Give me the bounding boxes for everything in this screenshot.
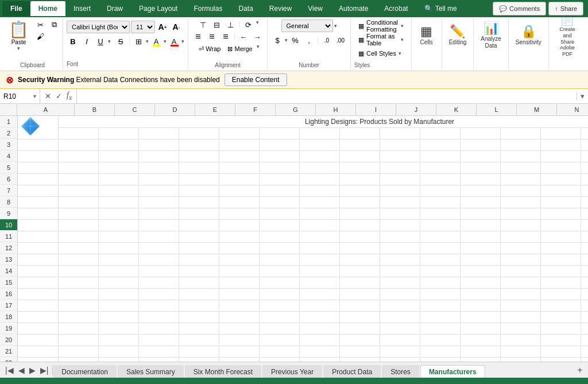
row-num-20[interactable]: 20 — [0, 334, 17, 346]
cell-e4[interactable] — [179, 150, 219, 162]
percent-button[interactable]: % — [289, 35, 301, 45]
cell-c5[interactable] — [98, 162, 138, 173]
row-num-8[interactable]: 8 — [0, 196, 17, 208]
tab-six-month-forecast[interactable]: Six Month Forecast — [185, 365, 261, 378]
col-header-f[interactable]: F — [235, 104, 276, 115]
comments-button[interactable]: 💬 Comments — [493, 2, 546, 15]
cell-e6[interactable] — [179, 173, 219, 185]
font-color-button[interactable]: A — [168, 35, 180, 48]
create-share-button[interactable]: 📄 Create and ShareAdobe PDF — [552, 20, 582, 52]
cell-j7[interactable] — [380, 185, 420, 196]
row-num-4[interactable]: 4 — [0, 150, 17, 162]
cell-a4[interactable] — [18, 150, 58, 162]
cell-i3[interactable] — [339, 139, 380, 150]
formula-input[interactable] — [77, 89, 577, 103]
cell-c10[interactable] — [98, 219, 138, 231]
cell-m8[interactable] — [500, 196, 540, 208]
cell-a8[interactable] — [18, 196, 58, 208]
col-header-h[interactable]: H — [316, 104, 356, 115]
cell-n3[interactable] — [540, 139, 581, 150]
tab-product-data[interactable]: Product Data — [323, 365, 381, 378]
row-num-17[interactable]: 17 — [0, 300, 17, 311]
cell-m2[interactable] — [500, 127, 540, 139]
row-num-1[interactable]: 1 — [0, 116, 17, 127]
row-num-14[interactable]: 14 — [0, 265, 17, 277]
cell-i9[interactable] — [339, 208, 380, 219]
format-painter-button[interactable]: 🖌 — [34, 31, 47, 41]
tab-manufacturers[interactable]: Manufacturers — [420, 365, 485, 378]
cell-n6[interactable] — [540, 173, 581, 185]
cell-k10[interactable] — [420, 219, 460, 231]
cell-d6[interactable] — [138, 173, 179, 185]
row-num-3[interactable]: 3 — [0, 139, 17, 150]
cell-a10[interactable] — [18, 219, 58, 231]
cell-l9[interactable] — [460, 208, 500, 219]
top-align-button[interactable]: ⊤ — [197, 20, 210, 30]
cell-l10[interactable] — [460, 219, 500, 231]
tab-acrobat[interactable]: Acrobat — [376, 1, 416, 16]
cell-c9[interactable] — [98, 208, 138, 219]
tab-view[interactable]: View — [300, 1, 331, 16]
cell-b9[interactable] — [58, 208, 98, 219]
cell-d4[interactable] — [138, 150, 179, 162]
cell-d2[interactable] — [138, 127, 179, 139]
middle-align-button[interactable]: ⊟ — [211, 20, 223, 30]
cut-button[interactable]: ✂ — [34, 20, 47, 30]
cell-g8[interactable] — [259, 196, 299, 208]
cell-b6[interactable] — [58, 173, 98, 185]
cell-d7[interactable] — [138, 185, 179, 196]
cell-c7[interactable] — [98, 185, 138, 196]
tab-review[interactable]: Review — [261, 1, 300, 16]
cell-j6[interactable] — [380, 173, 420, 185]
cell-i8[interactable] — [339, 196, 380, 208]
tab-home[interactable]: Home — [30, 1, 65, 16]
cell-g9[interactable] — [259, 208, 299, 219]
tab-file[interactable]: File — [2, 1, 30, 16]
cell-i5[interactable] — [339, 162, 380, 173]
align-right-button[interactable]: ≡ — [219, 32, 232, 42]
cell-h5[interactable] — [299, 162, 339, 173]
cell-o8[interactable] — [581, 196, 588, 208]
cell-m7[interactable] — [500, 185, 540, 196]
cell-l5[interactable] — [460, 162, 500, 173]
cell-e7[interactable] — [179, 185, 219, 196]
formula-expand-button[interactable]: ▾ — [577, 92, 588, 100]
col-header-c[interactable]: C — [115, 104, 155, 115]
row-num-9[interactable]: 9 — [0, 208, 17, 219]
row-num-2[interactable]: 2 — [0, 127, 17, 139]
cell-j8[interactable] — [380, 196, 420, 208]
confirm-formula-button[interactable]: ✓ — [55, 92, 63, 100]
cell-i4[interactable] — [339, 150, 380, 162]
name-box-dropdown[interactable]: ▾ — [33, 93, 36, 99]
row-num-7[interactable]: 7 — [0, 185, 17, 196]
row-num-11[interactable]: 11 — [0, 231, 17, 242]
cell-n5[interactable] — [540, 162, 581, 173]
cell-o3[interactable] — [581, 139, 588, 150]
cell-j3[interactable] — [380, 139, 420, 150]
cell-m5[interactable] — [500, 162, 540, 173]
cell-e10[interactable] — [179, 219, 219, 231]
sheet-nav-last[interactable]: ▶| — [38, 366, 51, 375]
cell-i2[interactable] — [339, 127, 380, 139]
col-header-i[interactable]: I — [356, 104, 396, 115]
cell-a3[interactable] — [18, 139, 58, 150]
indent-increase-button[interactable]: → — [251, 32, 264, 42]
cell-n7[interactable] — [540, 185, 581, 196]
bottom-align-button[interactable]: ⊥ — [225, 20, 237, 30]
cell-a7[interactable] — [18, 185, 58, 196]
increase-decimal-button[interactable]: .00 — [334, 35, 347, 45]
cell-f2[interactable] — [219, 127, 259, 139]
cell-m3[interactable] — [500, 139, 540, 150]
cell-h7[interactable] — [299, 185, 339, 196]
orientation-button[interactable]: ⟳ — [242, 20, 255, 30]
row-num-21[interactable]: 21 — [0, 346, 17, 357]
cell-k6[interactable] — [420, 173, 460, 185]
cell-o6[interactable] — [581, 173, 588, 185]
cell-j2[interactable] — [380, 127, 420, 139]
cell-h3[interactable] — [299, 139, 339, 150]
bold-button[interactable]: B — [67, 35, 79, 48]
tab-automate[interactable]: Automate — [331, 1, 376, 16]
cell-e9[interactable] — [179, 208, 219, 219]
cell-g5[interactable] — [259, 162, 299, 173]
cell-c8[interactable] — [98, 196, 138, 208]
